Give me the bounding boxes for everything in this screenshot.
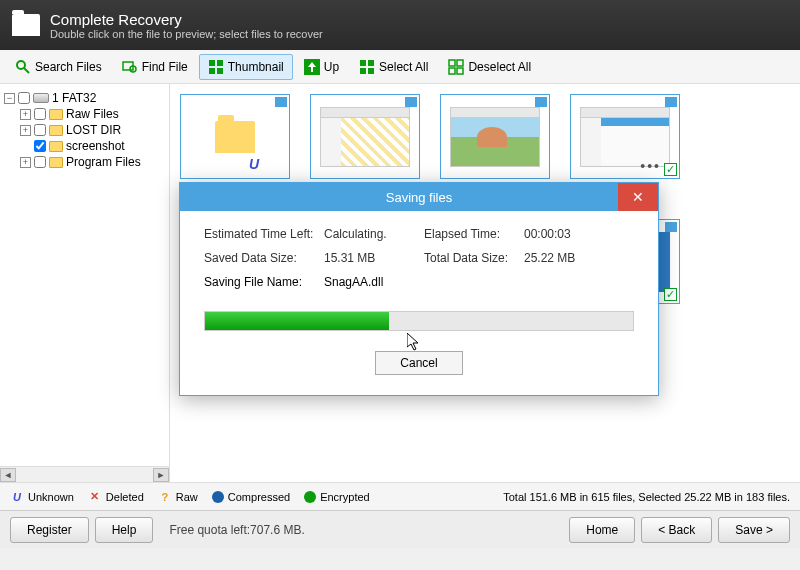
eta-label: Estimated Time Left: — [204, 227, 324, 241]
root-checkbox[interactable] — [18, 92, 30, 104]
svg-rect-14 — [457, 60, 463, 66]
saving-dialog: Saving files ✕ Estimated Time Left: Calc… — [179, 182, 659, 396]
selection-status: Total 151.6 MB in 615 files, Selected 25… — [503, 491, 790, 503]
app-title: Complete Recovery — [50, 11, 323, 28]
thumb-image[interactable] — [440, 94, 550, 179]
drive-icon — [33, 93, 49, 103]
filename-label: Saving File Name: — [204, 275, 324, 289]
svg-rect-9 — [360, 60, 366, 66]
select-all-icon — [359, 59, 375, 75]
saved-label: Saved Data Size: — [204, 251, 324, 265]
legend-compressed: Compressed — [212, 491, 290, 503]
folder-icon — [49, 125, 63, 136]
corner-icon — [405, 97, 417, 107]
register-button[interactable]: Register — [10, 517, 89, 543]
folder-icon — [12, 14, 40, 36]
elapsed-label: Elapsed Time: — [424, 227, 524, 241]
checked-icon[interactable]: ✓ — [664, 163, 677, 176]
svg-rect-7 — [217, 68, 223, 74]
legend-unknown: UUnknown — [10, 490, 74, 504]
corner-icon — [535, 97, 547, 107]
folder-large-icon — [215, 121, 255, 153]
find-icon — [122, 59, 138, 75]
close-icon: ✕ — [632, 189, 644, 205]
toolbar: Search Files Find File Thumbnail Up Sele… — [0, 50, 800, 84]
thumb-folder[interactable]: U — [180, 94, 290, 179]
search-files-button[interactable]: Search Files — [6, 54, 111, 80]
legend-bar: UUnknown ✕Deleted ?Raw Compressed Encryp… — [0, 482, 800, 510]
svg-rect-13 — [449, 60, 455, 66]
total-value: 25.22 MB — [524, 251, 634, 265]
svg-rect-5 — [217, 60, 223, 66]
more-icon: ••• — [640, 158, 661, 174]
collapse-icon[interactable]: − — [4, 93, 15, 104]
select-all-button[interactable]: Select All — [350, 54, 437, 80]
legend-deleted: ✕Deleted — [88, 490, 144, 504]
corner-icon — [665, 222, 677, 232]
saved-value: 15.31 MB — [324, 251, 424, 265]
expand-icon[interactable]: + — [20, 157, 31, 168]
tree-item-program[interactable]: + Program Files — [4, 154, 165, 170]
footer-bar: Register Help Free quota left:707.6 MB. … — [0, 510, 800, 548]
expand-icon[interactable]: + — [20, 125, 31, 136]
back-button[interactable]: < Back — [641, 517, 712, 543]
folder-icon — [49, 141, 63, 152]
up-button[interactable]: Up — [295, 54, 348, 80]
item-checkbox[interactable] — [34, 108, 46, 120]
thumb-image[interactable] — [310, 94, 420, 179]
corner-icon — [275, 97, 287, 107]
save-button[interactable]: Save > — [718, 517, 790, 543]
expand-icon[interactable]: + — [20, 109, 31, 120]
item-checkbox[interactable] — [34, 140, 46, 152]
corner-icon — [665, 97, 677, 107]
tree-root[interactable]: − 1 FAT32 — [4, 90, 165, 106]
svg-rect-4 — [209, 60, 215, 66]
total-label: Total Data Size: — [424, 251, 524, 265]
unknown-badge-icon: U — [249, 156, 259, 172]
svg-rect-10 — [368, 60, 374, 66]
legend-raw: ?Raw — [158, 490, 198, 504]
folder-icon — [49, 157, 63, 168]
deselect-all-icon — [448, 59, 464, 75]
folder-icon — [49, 109, 63, 120]
help-button[interactable]: Help — [95, 517, 154, 543]
home-button[interactable]: Home — [569, 517, 635, 543]
thumb-image[interactable]: ••• ✓ — [570, 94, 680, 179]
folder-tree[interactable]: − 1 FAT32 + Raw Files + LOST DIR screens… — [0, 84, 170, 482]
close-button[interactable]: ✕ — [618, 183, 658, 211]
tree-item-raw[interactable]: + Raw Files — [4, 106, 165, 122]
quota-text: Free quota left:707.6 MB. — [169, 523, 304, 537]
svg-line-1 — [24, 68, 29, 73]
tree-scrollbar[interactable]: ◄ ► — [0, 466, 169, 482]
elapsed-value: 00:00:03 — [524, 227, 634, 241]
svg-rect-11 — [360, 68, 366, 74]
search-icon — [15, 59, 31, 75]
svg-rect-16 — [457, 68, 463, 74]
svg-rect-6 — [209, 68, 215, 74]
thumbnail-icon — [208, 59, 224, 75]
filename-value: SnagAA.dll — [324, 275, 634, 289]
deselect-all-button[interactable]: Deselect All — [439, 54, 540, 80]
scroll-left-icon[interactable]: ◄ — [0, 468, 16, 482]
progress-bar — [204, 311, 634, 331]
legend-encrypted: Encrypted — [304, 491, 370, 503]
progress-fill — [205, 312, 389, 330]
svg-rect-15 — [449, 68, 455, 74]
svg-rect-12 — [368, 68, 374, 74]
svg-point-0 — [17, 61, 25, 69]
item-checkbox[interactable] — [34, 156, 46, 168]
item-checkbox[interactable] — [34, 124, 46, 136]
checked-icon[interactable]: ✓ — [664, 288, 677, 301]
tree-item-lost[interactable]: + LOST DIR — [4, 122, 165, 138]
app-header: Complete Recovery Double click on the fi… — [0, 0, 800, 50]
scroll-right-icon[interactable]: ► — [153, 468, 169, 482]
tree-item-screenshot[interactable]: screenshot — [4, 138, 165, 154]
up-icon — [304, 59, 320, 75]
cancel-button[interactable]: Cancel — [375, 351, 462, 375]
dialog-title-bar[interactable]: Saving files ✕ — [180, 183, 658, 211]
app-subtitle: Double click on the file to preview; sel… — [50, 28, 323, 40]
thumbnail-button[interactable]: Thumbnail — [199, 54, 293, 80]
eta-value: Calculating. — [324, 227, 424, 241]
find-file-button[interactable]: Find File — [113, 54, 197, 80]
